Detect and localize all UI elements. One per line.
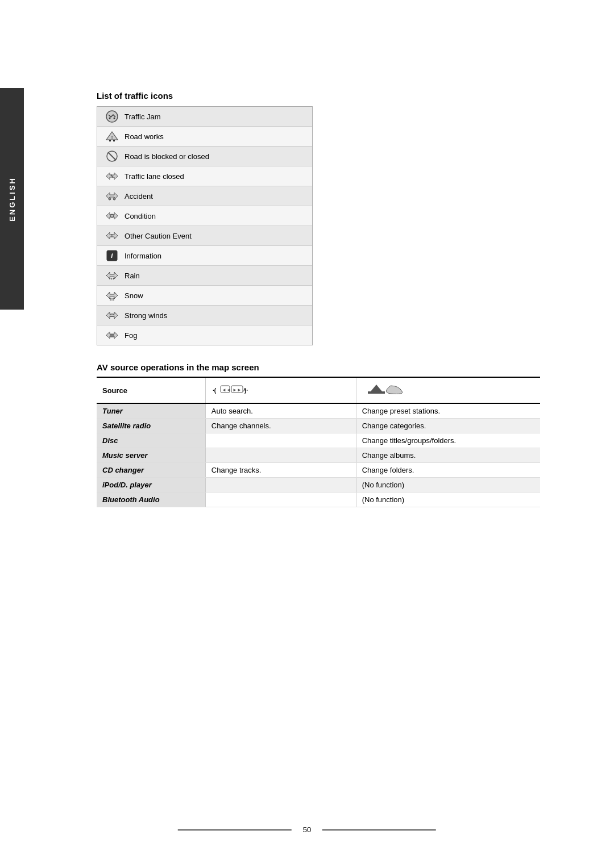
page-line-right: [322, 829, 436, 831]
svg-point-24: [113, 299, 114, 301]
av-table-header: Source ·( ◄◄ ►► ∧ )·: [97, 377, 540, 403]
av-table-body: Tuner Auto search. Change preset station…: [97, 403, 540, 507]
cd-col3: Change folders.: [356, 463, 540, 478]
table-row: Music server Change albums.: [97, 448, 540, 463]
rain-label: Rain: [125, 272, 140, 280]
disc-col2: [205, 433, 356, 448]
traffic-row: i Information: [97, 246, 312, 266]
main-content: List of traffic icons Traffic Jam: [34, 0, 614, 553]
road-works-icon: !: [102, 130, 122, 143]
accident-icon: [102, 189, 122, 203]
table-row: Bluetooth Audio (No function): [97, 493, 540, 507]
page-line-left: [178, 829, 292, 831]
svg-point-22: [110, 299, 111, 301]
fog-label: Fog: [125, 331, 137, 340]
condition-icon: [102, 209, 122, 223]
bluetooth-col2: [205, 493, 356, 507]
table-row: iPod/D. player (No function): [97, 478, 540, 493]
traffic-row: Traffic Jam: [97, 107, 312, 127]
col-seek: ·( ◄◄ ►► ∧ )·: [205, 377, 356, 403]
traffic-icons-table: Traffic Jam ! Road works: [97, 106, 313, 345]
traffic-row: ! Road works: [97, 127, 312, 147]
svg-line-18: [113, 278, 114, 279]
table-row: CD changer Change tracks. Change folders…: [97, 463, 540, 478]
source-bluetooth: Bluetooth Audio: [97, 493, 205, 507]
caution-icon: !: [102, 229, 122, 243]
svg-text:!: !: [111, 135, 113, 140]
ipod-col2: [205, 478, 356, 493]
col-source: Source: [97, 377, 205, 403]
traffic-row: Rain: [97, 266, 312, 286]
av-source-table: Source ·( ◄◄ ►► ∧ )·: [97, 377, 540, 507]
svg-text:!: !: [111, 233, 113, 237]
source-disc: Disc: [97, 433, 205, 448]
information-icon: i: [102, 249, 122, 262]
road-blocked-icon: [102, 149, 122, 163]
col-nav: [356, 377, 540, 403]
disc-col3: Change titles/groups/folders.: [356, 433, 540, 448]
road-works-label: Road works: [125, 132, 164, 141]
av-source-section: AV source operations in the map screen S…: [97, 362, 569, 507]
svg-text:◄◄: ◄◄: [222, 387, 231, 393]
svg-rect-35: [368, 391, 385, 394]
source-tuner: Tuner: [97, 403, 205, 419]
svg-line-7: [108, 152, 116, 160]
page-number-area: 50: [178, 825, 436, 834]
source-music-server: Music server: [97, 448, 205, 463]
page-number: 50: [303, 825, 311, 834]
source-satellite: Satellite radio: [97, 419, 205, 433]
table-row: Disc Change titles/groups/folders.: [97, 433, 540, 448]
page-container: ENGLISH List of traffic icons: [0, 0, 614, 868]
traffic-icons-section: List of traffic icons Traffic Jam: [97, 91, 569, 345]
tuner-col2: Auto search.: [205, 403, 356, 419]
source-ipod: iPod/D. player: [97, 478, 205, 493]
sidebar: ENGLISH: [0, 88, 24, 310]
svg-point-21: [113, 298, 114, 299]
fog-icon: [102, 328, 122, 342]
source-cd-changer: CD changer: [97, 463, 205, 478]
satellite-col2: Change channels.: [205, 419, 356, 433]
svg-point-2: [114, 118, 115, 119]
traffic-row: Snow: [97, 286, 312, 306]
svg-point-20: [111, 298, 113, 299]
traffic-row: Condition: [97, 206, 312, 226]
wind-label: Strong winds: [125, 311, 167, 320]
traffic-row: Road is blocked or closed: [97, 147, 312, 166]
music-col2: [205, 448, 356, 463]
svg-rect-4: [109, 140, 111, 141]
traffic-row: Traffic lane closed: [97, 166, 312, 186]
accident-label: Accident: [125, 192, 153, 201]
rain-icon: [102, 269, 122, 282]
traffic-row: Strong winds: [97, 306, 312, 326]
condition-label: Condition: [125, 212, 156, 220]
traffic-section-title: List of traffic icons: [97, 91, 569, 101]
table-row: Satellite radio Change channels. Change …: [97, 419, 540, 433]
ipod-col3: (No function): [356, 478, 540, 493]
svg-marker-34: [371, 385, 382, 391]
caution-label: Other Caution Event: [125, 232, 192, 240]
svg-line-17: [111, 278, 112, 279]
svg-rect-5: [113, 140, 115, 141]
cd-col2: Change tracks.: [205, 463, 356, 478]
svg-text:)·: )·: [244, 387, 248, 394]
traffic-row: Accident: [97, 186, 312, 206]
av-section-title: AV source operations in the map screen: [97, 362, 569, 372]
bluetooth-col3: (No function): [356, 493, 540, 507]
road-blocked-label: Road is blocked or closed: [125, 152, 209, 161]
svg-point-23: [111, 299, 113, 301]
table-row: Tuner Auto search. Change preset station…: [97, 403, 540, 419]
svg-point-1: [109, 118, 111, 119]
traffic-jam-icon: [102, 110, 122, 123]
information-label: Information: [125, 252, 161, 260]
wind-icon: [102, 308, 122, 322]
traffic-row: Fog: [97, 326, 312, 345]
music-col3: Change albums.: [356, 448, 540, 463]
svg-point-19: [110, 298, 111, 299]
svg-text:·(: ·(: [213, 387, 217, 394]
traffic-jam-label: Traffic Jam: [125, 112, 161, 121]
lane-closed-label: Traffic lane closed: [125, 172, 184, 181]
sidebar-label: ENGLISH: [8, 177, 16, 222]
satellite-col3: Change categories.: [356, 419, 540, 433]
traffic-row: ! Other Caution Event: [97, 226, 312, 246]
snow-icon: [102, 289, 122, 302]
